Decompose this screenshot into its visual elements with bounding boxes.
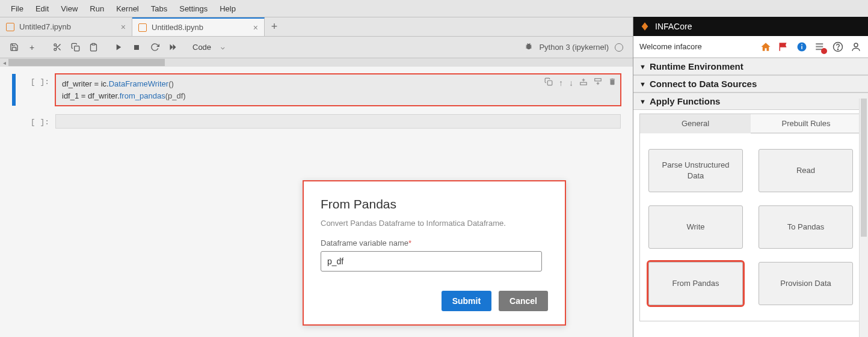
scroll-thumb[interactable] bbox=[8, 59, 165, 66]
copy-button[interactable] bbox=[67, 40, 83, 55]
svg-point-25 bbox=[837, 49, 838, 49]
add-cell-button[interactable]: + bbox=[24, 40, 40, 55]
menu-edit[interactable]: Edit bbox=[29, 2, 55, 16]
menu-tabs[interactable]: Tabs bbox=[145, 2, 173, 16]
home-icon[interactable] bbox=[760, 41, 772, 53]
sidebar-brand: INFACore bbox=[655, 22, 692, 31]
function-tab-row: General Prebuilt Rules bbox=[639, 114, 862, 133]
function-grid: Parse Unstructured Data Read Write To Pa… bbox=[639, 133, 862, 321]
dialog-title: From Pandas bbox=[321, 197, 548, 211]
scroll-left-icon[interactable]: ◂ bbox=[0, 59, 8, 66]
menu-run[interactable]: Run bbox=[84, 2, 110, 16]
tab-untitled7[interactable]: Untitled7.ipynb × bbox=[0, 17, 132, 36]
svg-rect-6 bbox=[92, 43, 95, 45]
svg-rect-22 bbox=[816, 46, 823, 47]
caret-down-icon: ▼ bbox=[639, 98, 646, 105]
cell-type-select[interactable]: Code ⌵ bbox=[188, 41, 230, 53]
scroll-track[interactable] bbox=[8, 58, 633, 67]
cell-bar bbox=[12, 114, 16, 129]
tab-label: Untitled8.ipynb bbox=[152, 23, 203, 32]
bug-icon[interactable] bbox=[525, 42, 533, 52]
menu-file[interactable]: File bbox=[5, 2, 29, 16]
paste-button[interactable] bbox=[85, 40, 101, 55]
cell-editor[interactable] bbox=[55, 114, 621, 129]
caret-down-icon: ▼ bbox=[639, 63, 646, 70]
move-up-icon[interactable]: ↑ bbox=[559, 77, 563, 90]
tab-prebuilt-rules[interactable]: Prebuilt Rules bbox=[751, 114, 861, 133]
delete-icon[interactable] bbox=[608, 77, 617, 90]
svg-rect-15 bbox=[595, 79, 602, 81]
svg-point-0 bbox=[54, 44, 56, 46]
fn-parse-unstructured[interactable]: Parse Unstructured Data bbox=[648, 149, 743, 192]
from-pandas-dialog: From Pandas Convert Pandas Dataframe to … bbox=[303, 180, 566, 326]
cell-type-label: Code bbox=[192, 43, 211, 52]
menu-settings[interactable]: Settings bbox=[173, 2, 214, 16]
stop-button[interactable] bbox=[129, 40, 144, 55]
svg-point-1 bbox=[54, 48, 56, 50]
menu-bar: File Edit View Run Kernel Tabs Settings … bbox=[0, 0, 868, 17]
duplicate-icon[interactable] bbox=[544, 77, 553, 90]
menu-kernel[interactable]: Kernel bbox=[110, 2, 145, 16]
section-title: Connect to Data Sources bbox=[650, 79, 757, 89]
fn-write[interactable]: Write bbox=[648, 205, 743, 249]
section-connect-data-sources[interactable]: ▼ Connect to Data Sources bbox=[633, 75, 868, 93]
horizontal-scrollbar[interactable]: ◂ bbox=[0, 58, 633, 67]
tab-untitled8[interactable]: Untitled8.ipynb × bbox=[132, 17, 265, 36]
chevron-down-icon: ⌵ bbox=[221, 43, 225, 51]
svg-rect-12 bbox=[580, 82, 587, 85]
notebook-icon bbox=[138, 23, 147, 32]
fn-read[interactable]: Read bbox=[759, 149, 853, 192]
run-button[interactable] bbox=[111, 40, 126, 55]
menu-view[interactable]: View bbox=[55, 2, 84, 16]
close-icon[interactable]: × bbox=[253, 23, 258, 32]
insert-below-icon[interactable] bbox=[594, 77, 602, 90]
sidebar-scrollbar[interactable] bbox=[859, 99, 868, 337]
code-cell-2[interactable]: [ ]: bbox=[12, 114, 621, 129]
code-cell-1[interactable]: [ ]: ↑ ↓ df_writer = ic.DataFrameWriter(… bbox=[12, 74, 621, 106]
sidebar-header: INFACore bbox=[633, 17, 868, 36]
svg-rect-21 bbox=[816, 43, 823, 44]
section-apply-functions[interactable]: ▼ Apply Functions bbox=[633, 93, 868, 110]
svg-rect-19 bbox=[801, 46, 802, 49]
run-all-button[interactable] bbox=[165, 40, 180, 55]
close-icon[interactable]: × bbox=[121, 22, 126, 32]
kernel-name[interactable]: Python 3 (ipykernel) bbox=[539, 43, 609, 52]
welcome-text: Welcome infacore bbox=[639, 42, 702, 51]
sidebar-scroll-thumb[interactable] bbox=[861, 99, 867, 237]
menu-help[interactable]: Help bbox=[214, 2, 242, 16]
cell-prompt: [ ]: bbox=[18, 74, 55, 106]
dialog-field-label: Dataframe variable name* bbox=[321, 238, 548, 247]
tab-bar: Untitled7.ipynb × Untitled8.ipynb × + bbox=[0, 17, 633, 37]
cell-prompt: [ ]: bbox=[18, 114, 55, 129]
cancel-button[interactable]: Cancel bbox=[499, 291, 548, 311]
dataframe-name-input[interactable] bbox=[321, 251, 542, 272]
caret-down-icon: ▼ bbox=[639, 80, 646, 88]
insert-above-icon[interactable] bbox=[579, 77, 588, 90]
restart-button[interactable] bbox=[147, 40, 162, 55]
flag-icon[interactable] bbox=[778, 41, 790, 53]
fn-from-pandas[interactable]: From Pandas bbox=[648, 262, 743, 305]
infacore-logo-icon bbox=[639, 21, 650, 32]
help-icon[interactable] bbox=[832, 41, 844, 53]
info-icon[interactable] bbox=[796, 41, 808, 53]
move-down-icon[interactable]: ↓ bbox=[569, 77, 573, 90]
add-tab-button[interactable]: + bbox=[265, 17, 284, 36]
submit-button[interactable]: Submit bbox=[442, 291, 491, 311]
cell-active-bar bbox=[12, 74, 16, 106]
tab-general[interactable]: General bbox=[640, 114, 751, 133]
fn-provision-data[interactable]: Provision Data bbox=[759, 262, 853, 305]
svg-rect-20 bbox=[801, 44, 802, 45]
list-alert-icon[interactable] bbox=[814, 41, 826, 53]
svg-marker-10 bbox=[173, 44, 176, 50]
tab-label: Untitled7.ipynb bbox=[19, 22, 71, 31]
save-button[interactable] bbox=[6, 40, 22, 55]
cell-editor[interactable]: ↑ ↓ df_writer = ic.DataFrameWriter() idf… bbox=[55, 74, 621, 106]
section-runtime-environment[interactable]: ▼ Runtime Environment bbox=[633, 58, 868, 75]
fn-to-pandas[interactable]: To Pandas bbox=[759, 205, 853, 249]
notebook-toolbar: + Code ⌵ Python 3 (ipykernel) bbox=[0, 37, 633, 58]
cut-button[interactable] bbox=[49, 40, 65, 55]
user-icon[interactable] bbox=[850, 41, 862, 53]
svg-rect-8 bbox=[134, 45, 139, 50]
section-title: Apply Functions bbox=[650, 96, 721, 106]
kernel-status-icon[interactable] bbox=[615, 43, 623, 52]
